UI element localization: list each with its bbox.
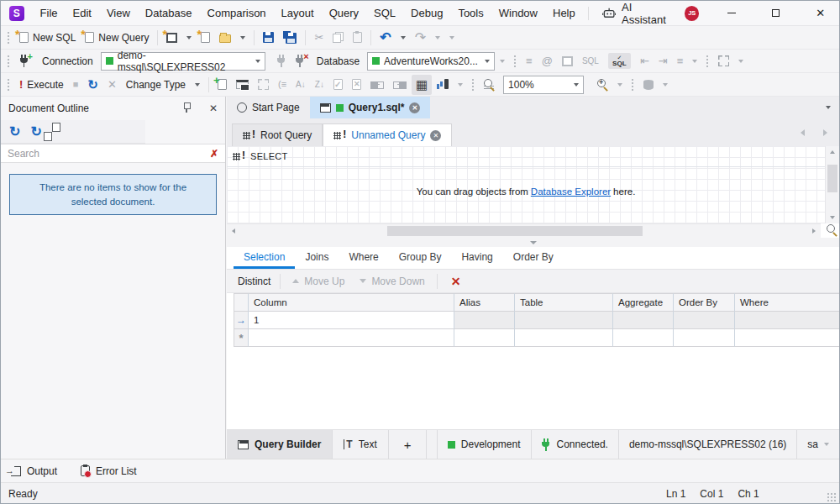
- cell-alias[interactable]: [454, 312, 515, 329]
- menu-sql[interactable]: SQL: [366, 3, 403, 24]
- vertical-scrollbar[interactable]: [825, 146, 839, 223]
- cell-aggregate[interactable]: [613, 329, 674, 347]
- output-panel-button[interactable]: Output: [11, 465, 57, 477]
- open-file-button[interactable]: [215, 28, 235, 48]
- menu-file[interactable]: File: [33, 3, 66, 24]
- cell-aggregate[interactable]: [613, 312, 674, 329]
- cell-order-by[interactable]: [674, 312, 735, 329]
- tab-list-dropdown[interactable]: [826, 106, 831, 109]
- cell-alias[interactable]: [454, 329, 515, 347]
- scroll-right-icon[interactable]: [812, 228, 816, 234]
- toolbar-grip[interactable]: [7, 55, 11, 68]
- format-sql-toggle[interactable]: ✓ SQL: [604, 51, 635, 71]
- zoom-preview-button[interactable]: [480, 75, 499, 95]
- scroll-down-icon[interactable]: [830, 216, 835, 219]
- scroll-left-icon[interactable]: [232, 228, 235, 234]
- cell-table[interactable]: [515, 312, 613, 329]
- menu-debug[interactable]: Debug: [403, 3, 450, 24]
- menu-comparison[interactable]: Comparison: [200, 3, 274, 24]
- rename-button[interactable]: [558, 51, 577, 71]
- zoom-dropdown[interactable]: [613, 75, 627, 95]
- horizontal-scrollbar[interactable]: [227, 223, 821, 238]
- diagram-button[interactable]: [433, 75, 453, 95]
- tab-group-by[interactable]: Group By: [389, 247, 452, 269]
- toolbar-grip[interactable]: [706, 55, 710, 68]
- menu-tools[interactable]: Tools: [450, 3, 491, 24]
- auto-refresh-button[interactable]: ↻: [30, 125, 41, 139]
- tab-text[interactable]: T Text: [333, 430, 388, 459]
- format-dropdown[interactable]: [688, 51, 701, 71]
- menu-help[interactable]: Help: [545, 3, 583, 24]
- redo-button[interactable]: ↷: [411, 28, 430, 48]
- minimize-button[interactable]: [719, 4, 743, 23]
- pane-splitter[interactable]: [227, 238, 839, 247]
- insert-snippet-button[interactable]: @: [538, 51, 557, 71]
- cell-column[interactable]: 1: [249, 312, 454, 329]
- toolbar-grip[interactable]: [471, 78, 475, 92]
- full-screen-button[interactable]: [714, 51, 733, 71]
- designer-zoom-icon[interactable]: [827, 224, 837, 235]
- server-indicator[interactable]: demo-mssql\SQLEXPRESS02 (16): [618, 430, 796, 459]
- tab-root-query[interactable]: Root Query: [232, 123, 323, 146]
- new-window-button[interactable]: [162, 28, 181, 48]
- cell-column[interactable]: [249, 329, 454, 347]
- database-dropdown[interactable]: [496, 51, 509, 71]
- show-editor-button[interactable]: [232, 75, 253, 95]
- cell-order-by[interactable]: [674, 329, 735, 347]
- save-button[interactable]: [259, 28, 278, 48]
- header-alias[interactable]: Alias: [454, 293, 515, 312]
- collapse-chevron-icon[interactable]: [530, 241, 537, 244]
- indent-button[interactable]: ≡: [673, 51, 688, 71]
- undo-button[interactable]: ↶: [375, 28, 395, 48]
- clear-query-button[interactable]: [348, 75, 365, 95]
- scroll-up-icon[interactable]: [830, 150, 835, 154]
- tab-query1[interactable]: Query1.sql*: [310, 97, 431, 118]
- user-badge[interactable]: JS: [685, 6, 699, 21]
- scrollbar-thumb[interactable]: [827, 165, 837, 192]
- indent-decrease-button[interactable]: ⇤: [636, 51, 654, 71]
- tab-close-button[interactable]: [409, 102, 420, 113]
- header-where[interactable]: Where: [735, 293, 839, 312]
- edit-connection-button[interactable]: [273, 51, 291, 71]
- scrollbar-thumb[interactable]: [387, 226, 643, 236]
- new-query-button[interactable]: New Query: [81, 28, 153, 48]
- close-button[interactable]: ✕: [808, 4, 832, 23]
- new-window-dropdown[interactable]: [182, 28, 196, 48]
- validate-button[interactable]: [329, 75, 347, 95]
- database-tools-button[interactable]: [639, 75, 658, 95]
- query-designer-surface[interactable]: SELECT You can drag objects fromDatabase…: [227, 146, 839, 223]
- tab-selection[interactable]: Selection: [234, 247, 295, 269]
- add-view-button[interactable]: +: [389, 430, 428, 459]
- select-statement-band[interactable]: SELECT: [227, 146, 825, 167]
- group-button[interactable]: (≡: [274, 75, 291, 95]
- menu-database[interactable]: Database: [138, 3, 200, 24]
- ai-assistant-button[interactable]: AI Assistant: [602, 1, 676, 26]
- search-clear-button[interactable]: ✗: [210, 148, 218, 160]
- paste-button[interactable]: [349, 28, 366, 48]
- menu-edit[interactable]: Edit: [66, 3, 99, 24]
- execute-button[interactable]: ! Execute: [15, 75, 68, 95]
- undo-dropdown[interactable]: [396, 28, 410, 48]
- header-table[interactable]: Table: [515, 293, 613, 312]
- cut-button[interactable]: ✂: [310, 28, 328, 48]
- toolbar-grip[interactable]: [513, 55, 517, 68]
- tab-order-by[interactable]: Order By: [503, 247, 564, 269]
- resize-grip[interactable]: [827, 492, 837, 502]
- error-list-panel-button[interactable]: Error List: [81, 465, 137, 477]
- distinct-button[interactable]: Distinct: [234, 271, 275, 291]
- refresh-button[interactable]: ↻: [83, 75, 102, 95]
- redo-dropdown[interactable]: [431, 28, 444, 48]
- move-down-button[interactable]: Move Down: [353, 276, 431, 287]
- new-connection-button[interactable]: +: [15, 51, 33, 71]
- toolbar-grip[interactable]: [7, 78, 11, 92]
- join-right-button[interactable]: [389, 75, 411, 95]
- delete-row-button[interactable]: ✕: [443, 275, 470, 288]
- zoom-in-button[interactable]: +: [593, 75, 612, 95]
- toolbar-grip[interactable]: [7, 31, 11, 45]
- pin-button[interactable]: [182, 102, 191, 115]
- grid-view-toggle[interactable]: ▦: [412, 75, 432, 95]
- menu-query[interactable]: Query: [322, 3, 366, 24]
- new-sql-button[interactable]: New SQL: [15, 28, 80, 48]
- database-tools-dropdown[interactable]: [659, 75, 672, 95]
- more-dropdown[interactable]: [445, 28, 459, 48]
